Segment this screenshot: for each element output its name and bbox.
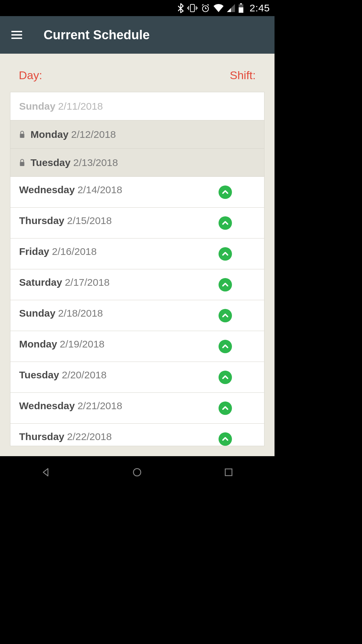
row-text: Sunday2/18/2018 [19,308,103,319]
row-text: Thursday2/15/2018 [19,215,112,226]
day-name: Thursday [19,431,64,442]
shift-up-button[interactable] [219,401,232,415]
chevron-up-icon [221,342,229,351]
content-area: Day: Shift: Sunday2/11/2018 Monday2/12/2… [0,54,275,456]
day-date: 2/14/2018 [77,184,122,195]
shift-up-button[interactable] [219,432,232,446]
schedule-row[interactable]: Sunday2/11/2018 [10,92,264,120]
day-name: Tuesday [19,369,59,380]
day-date: 2/20/2018 [62,369,107,380]
shift-header: Shift: [230,69,256,82]
row-text: Monday2/12/2018 [31,129,116,140]
chevron-up-icon [221,250,229,258]
row-text: Tuesday2/20/2018 [19,369,107,381]
chevron-up-icon [221,188,229,196]
battery-icon [238,3,244,13]
row-text: Sunday2/11/2018 [19,101,103,112]
schedule-list[interactable]: Sunday2/11/2018 Monday2/12/2018 Tuesday2… [10,92,264,446]
row-text: Wednesday2/14/2018 [19,184,122,196]
schedule-row[interactable]: Thursday2/22/2018 [10,424,264,446]
status-clock: 2:45 [250,2,270,14]
cell-signal-icon [227,4,235,12]
svg-rect-10 [20,162,24,166]
back-button[interactable] [0,456,91,488]
lock-icon [19,131,25,138]
schedule-row[interactable]: Sunday2/18/2018 [10,300,264,331]
svg-rect-8 [239,7,243,13]
schedule-row[interactable]: Monday2/19/2018 [10,331,264,362]
page-title: Current Schedule [44,28,150,42]
schedule-row[interactable]: Friday2/16/2018 [10,238,264,269]
day-date: 2/12/2018 [71,129,116,140]
day-name: Friday [19,246,49,257]
schedule-row[interactable]: Tuesday2/20/2018 [10,362,264,393]
day-date: 2/21/2018 [77,400,122,411]
day-date: 2/11/2018 [58,101,103,112]
day-name: Monday [31,129,68,140]
bluetooth-icon [177,3,184,13]
day-date: 2/22/2018 [67,431,112,442]
day-date: 2/15/2018 [67,215,112,226]
schedule-row[interactable]: Monday2/12/2018 [10,120,264,149]
day-name: Wednesday [19,400,75,411]
day-name: Monday [19,338,57,350]
day-header: Day: [19,69,42,82]
day-name: Saturday [19,277,62,288]
svg-rect-4 [197,7,197,9]
overview-button[interactable] [183,456,274,488]
schedule-row[interactable]: Tuesday2/13/2018 [10,149,264,177]
day-name: Thursday [19,215,64,226]
status-icons [177,3,244,13]
chevron-up-icon [221,281,229,289]
day-date: 2/13/2018 [73,157,118,168]
android-nav-bar [0,456,275,488]
schedule-row[interactable]: Wednesday2/14/2018 [10,177,264,208]
svg-rect-3 [187,7,188,9]
chevron-up-icon [221,219,229,227]
day-name: Tuesday [31,157,71,168]
row-text: Thursday2/22/2018 [19,431,112,442]
lock-icon [19,159,25,166]
svg-rect-1 [188,6,189,10]
svg-rect-6 [240,3,242,4]
day-date: 2/17/2018 [65,277,109,288]
home-button[interactable] [92,456,182,488]
menu-button[interactable] [11,31,22,39]
schedule-row[interactable]: Thursday2/15/2018 [10,208,264,238]
wifi-icon [214,4,224,12]
shift-up-button[interactable] [219,278,232,291]
row-text: Wednesday2/21/2018 [19,400,122,412]
chevron-up-icon [221,373,229,381]
chevron-up-icon [221,312,229,320]
svg-rect-2 [196,6,196,10]
svg-rect-12 [225,469,232,476]
column-headers: Day: Shift: [10,69,264,92]
shift-up-button[interactable] [219,309,232,322]
alarm-icon [201,3,210,13]
day-date: 2/18/2018 [58,308,103,319]
shift-up-button[interactable] [219,371,232,384]
chevron-up-icon [221,435,229,443]
day-date: 2/16/2018 [52,246,97,257]
shift-up-button[interactable] [219,216,232,230]
svg-rect-0 [190,4,194,12]
app-bar: Current Schedule [0,16,275,54]
day-date: 2/19/2018 [60,338,104,350]
chevron-up-icon [221,404,229,412]
svg-rect-9 [20,133,24,138]
day-name: Wednesday [19,184,75,195]
schedule-row[interactable]: Wednesday2/21/2018 [10,393,264,424]
status-bar: 2:45 [0,0,275,16]
shift-up-button[interactable] [219,185,232,199]
row-text: Friday2/16/2018 [19,246,97,257]
svg-point-11 [133,469,141,476]
vibrate-icon [187,3,197,13]
day-name: Sunday [19,308,55,319]
shift-up-button[interactable] [219,247,232,261]
row-text: Monday2/19/2018 [19,338,105,350]
shift-up-button[interactable] [219,340,232,353]
day-name: Sunday [19,101,55,112]
row-text: Saturday2/17/2018 [19,277,110,288]
row-text: Tuesday2/13/2018 [31,157,118,168]
schedule-row[interactable]: Saturday2/17/2018 [10,269,264,300]
